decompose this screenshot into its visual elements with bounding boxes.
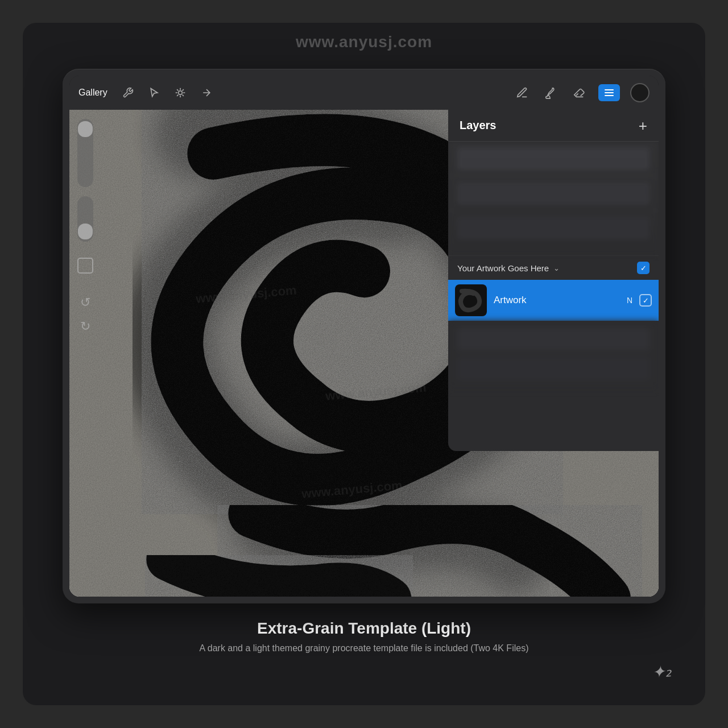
layer-visibility-checkbox[interactable] [639, 294, 652, 307]
blurred-layers-top [448, 142, 659, 255]
blurred-layers-bottom [448, 321, 659, 389]
toolbar-left: Gallery [78, 84, 216, 102]
ipad-screen: Gallery [69, 76, 659, 597]
opacity-thumb [78, 224, 93, 239]
toolbar: Gallery [69, 76, 659, 110]
active-layer-row[interactable]: Artwork N [448, 280, 659, 321]
brush-size-slider[interactable] [77, 119, 93, 187]
group-visibility-checkbox[interactable] [637, 262, 650, 274]
bottom-section: Extra-Grain Template (Light) A dark and … [46, 619, 682, 653]
layers-panel: Layers + [448, 110, 659, 451]
layers-button[interactable] [598, 84, 620, 101]
transform-icon[interactable] [171, 84, 189, 102]
opacity-slider[interactable] [77, 196, 93, 242]
pen-icon[interactable] [513, 84, 531, 102]
eraser-icon[interactable] [570, 84, 588, 102]
layer-group-row[interactable]: Your Artwork Goes Here ⌄ [448, 255, 659, 280]
layer-name: Artwork [494, 295, 620, 306]
product-title: Extra-Grain Template (Light) [46, 619, 682, 638]
svg-point-0 [178, 91, 182, 95]
redo-button[interactable]: ↻ [80, 319, 90, 334]
wrench-icon[interactable] [119, 84, 137, 102]
layers-title: Layers [460, 119, 497, 132]
outer-container: www.anyusj.com Gallery [23, 23, 705, 705]
watermark-top: www.anyusj.com [296, 33, 432, 51]
gallery-button[interactable]: Gallery [78, 88, 107, 98]
layers-content: Your Artwork Goes Here ⌄ [448, 142, 659, 451]
slider-thumb [78, 121, 93, 137]
color-picker[interactable] [630, 83, 650, 102]
layers-header: Layers + [448, 110, 659, 142]
product-description: A dark and a light themed grainy procrea… [46, 643, 682, 653]
move-icon[interactable] [197, 84, 216, 102]
square-selection-tool[interactable] [77, 258, 93, 274]
group-label-text: Your Artwork Goes Here [457, 263, 549, 273]
layers-stack-icon [605, 89, 614, 96]
layers-add-button[interactable]: + [639, 118, 647, 133]
layer-blend-mode[interactable]: N [627, 296, 632, 305]
author-signature: ✦₂ [651, 662, 672, 682]
brush-icon[interactable] [541, 84, 560, 102]
left-sidebar: ↺ ↻ [69, 110, 101, 597]
group-chevron-icon: ⌄ [553, 264, 560, 272]
selection-icon[interactable] [145, 84, 163, 102]
undo-button[interactable]: ↺ [80, 295, 90, 310]
toolbar-right [513, 83, 650, 102]
canvas-area: www.anyusj.com www.anyusj.com www.anyusj… [69, 110, 659, 597]
ipad-frame: Gallery [63, 69, 665, 603]
layer-thumbnail [455, 284, 487, 316]
